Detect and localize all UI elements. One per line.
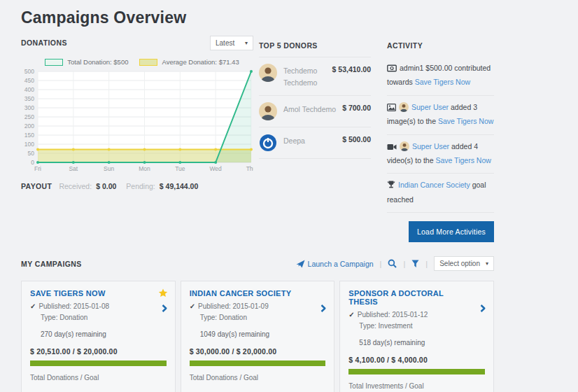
- svg-text:350: 350: [24, 95, 34, 102]
- toolbar-separator: |: [425, 260, 428, 268]
- campaign-days-remaining: 1049 day(s) remaining: [200, 330, 326, 338]
- activity-item: admin1 $500.00 contributed towards Save …: [387, 57, 494, 96]
- check-icon: ✓: [190, 302, 195, 310]
- campaign-filter-select[interactable]: Select option ▾: [434, 256, 494, 271]
- campaign-cards: SAVE TIGERS NOW✓Published: 2015-01-08Typ…: [21, 281, 494, 392]
- payout-row: PAYOUT Received: $ 0.00 Pending: $ 49,14…: [21, 182, 253, 190]
- campaign-type: Type: Donation: [41, 314, 167, 321]
- donor-photo-avatar: [259, 102, 277, 120]
- svg-text:150: 150: [24, 132, 34, 139]
- svg-text:Sun: Sun: [104, 165, 114, 172]
- donations-chart: 050100150200250300350400450500FriSatSunM…: [21, 67, 253, 174]
- search-icon[interactable]: [388, 259, 397, 268]
- payout-label: PAYOUT: [21, 182, 52, 190]
- sort-select-value: Latest: [216, 39, 234, 47]
- activity-link[interactable]: Save Tigers Now: [435, 156, 491, 164]
- campaign-progress-bar: [30, 360, 167, 366]
- star-icon[interactable]: [158, 288, 168, 300]
- load-more-activities-button[interactable]: Load More Activities: [409, 221, 494, 242]
- toolbar-separator: |: [403, 260, 405, 268]
- legend-label: Total Donation: $500: [67, 58, 128, 66]
- campaigns-toolbar: Launch a Campaign | | | Select option ▾: [296, 256, 494, 271]
- campaign-title[interactable]: SAVE TIGERS NOW: [30, 289, 167, 298]
- donor-list: Techdemo Techdemo$ 53,410.00Amol Techdem…: [259, 57, 371, 159]
- launch-campaign-link[interactable]: Launch a Campaign: [296, 260, 374, 268]
- legend-label: Average Donation: $71.43: [162, 58, 239, 66]
- donations-sort-select[interactable]: Latest ▾: [210, 36, 253, 50]
- chevron-down-icon: ▾: [245, 40, 248, 46]
- donor-photo-avatar: [259, 64, 277, 82]
- svg-text:Mon: Mon: [139, 165, 150, 172]
- campaign-filter-value: Select option: [439, 260, 480, 267]
- svg-text:400: 400: [24, 86, 34, 93]
- payout-pending-label: Pending:: [126, 182, 155, 190]
- campaign-days-remaining: 518 day(s) remaining: [359, 339, 485, 346]
- legend-swatch: [139, 59, 157, 66]
- campaign-published-row: ✓Published: 2015-01-12: [348, 311, 485, 318]
- activity-item: Super User added 3 image(s) to the Save …: [387, 96, 494, 135]
- filter-icon[interactable]: [411, 260, 419, 268]
- svg-text:500: 500: [24, 68, 34, 75]
- donor-name: Amol Techdemo: [283, 102, 342, 115]
- chevron-down-icon: ▾: [486, 260, 488, 267]
- payout-received-label: Received:: [59, 182, 92, 190]
- donor-amount: $ 700.00: [342, 102, 371, 112]
- svg-text:200: 200: [24, 122, 34, 130]
- activity-link[interactable]: Super User: [411, 103, 449, 111]
- svg-text:Thu: Thu: [246, 165, 253, 172]
- progress-fill: [348, 369, 485, 374]
- check-icon: ✓: [30, 302, 36, 310]
- donor-row: Deepa$ 500.00: [259, 127, 371, 159]
- svg-text:Wed: Wed: [210, 165, 223, 172]
- donor-name: Deepa: [283, 134, 342, 147]
- campaign-raised-goal: $ 30,000.00 / $ 20,000.00: [190, 347, 326, 356]
- legend-swatch: [45, 59, 63, 66]
- progress-fill: [30, 360, 167, 366]
- activity-item: Super User added 4 video(s) to the Save …: [387, 135, 494, 174]
- activity-link[interactable]: Super User: [412, 142, 449, 150]
- payout-received-value: $ 0.00: [96, 182, 116, 190]
- campaign-card: INDIAN CANCER SOCIETY✓Published: 2015-01…: [181, 281, 335, 392]
- activity-link[interactable]: Save Tigers Now: [415, 78, 470, 86]
- chart-legend: Total Donation: $500Average Donation: $7…: [31, 58, 253, 66]
- published-date: Published: 2015-01-09: [198, 302, 269, 310]
- chevron-right-icon[interactable]: [480, 302, 486, 315]
- campaign-progress-label: Total Donations / Goal: [30, 374, 167, 382]
- avatar: [399, 102, 409, 112]
- campaign-progress-label: Total Investments / Goal: [348, 382, 485, 390]
- activity-label: ACTIVITY: [387, 41, 423, 50]
- donations-label: DONATIONS: [21, 38, 67, 47]
- activity-item: Indian Cancer Society goal reached: [387, 174, 494, 213]
- published-date: Published: 2015-01-08: [38, 302, 109, 310]
- donor-amount: $ 53,410.00: [332, 64, 371, 74]
- image-icon: [387, 102, 396, 115]
- campaign-title[interactable]: INDIAN CANCER SOCIETY: [190, 289, 326, 298]
- money-icon: [387, 63, 397, 76]
- donor-row: Techdemo Techdemo$ 53,410.00: [259, 57, 371, 96]
- donor-name: Techdemo Techdemo: [283, 64, 332, 89]
- dashboard-row: DONATIONS Latest ▾ Total Donation: $500A…: [21, 38, 494, 242]
- trophy-icon: [387, 180, 395, 192]
- activity-link[interactable]: Save Tigers Now: [438, 117, 493, 125]
- video-icon: [387, 141, 397, 154]
- paper-plane-icon: [296, 260, 305, 268]
- campaign-title[interactable]: SPONSOR A DOCTORAL THESIS: [348, 289, 485, 306]
- donations-section: DONATIONS Latest ▾ Total Donation: $500A…: [21, 38, 253, 242]
- campaign-type: Type: Investment: [359, 322, 485, 330]
- svg-text:300: 300: [24, 104, 34, 111]
- donor-amount: $ 500.00: [342, 134, 371, 144]
- activity-list: admin1 $500.00 contributed towards Save …: [387, 57, 494, 213]
- avatar: [400, 141, 409, 151]
- chevron-right-icon[interactable]: [320, 302, 326, 315]
- activity-link[interactable]: Indian Cancer Society: [398, 181, 470, 189]
- chevron-right-icon[interactable]: [162, 302, 167, 315]
- svg-text:100: 100: [24, 141, 34, 148]
- campaign-progress-bar: [348, 369, 485, 374]
- campaign-days-remaining: 270 day(s) remaining: [41, 330, 167, 338]
- campaign-card: SAVE TIGERS NOW✓Published: 2015-01-08Typ…: [21, 281, 176, 392]
- donor-logo-avatar: [259, 134, 277, 152]
- published-date: Published: 2015-01-12: [358, 311, 428, 318]
- page-title: Campaigns Overview: [21, 8, 494, 27]
- svg-text:Sat: Sat: [69, 165, 78, 172]
- campaign-raised-goal: $ 20,510.00 / $ 20,000.00: [30, 347, 167, 356]
